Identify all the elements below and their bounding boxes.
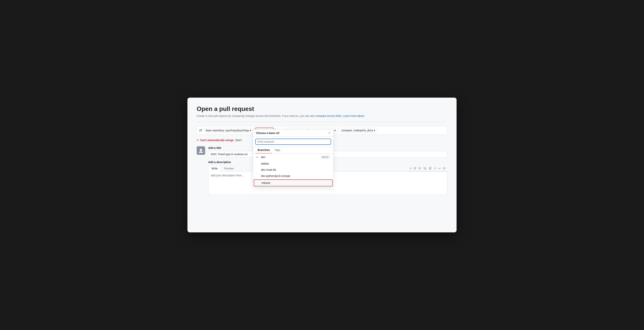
chevron-down-icon: ▾ [250,129,251,132]
dropdown-overlay: Choose a base ref × Branches Tags ✓ dev … [253,129,334,187]
branch-list: ✓ dev default debian dev-mute-kb dev [253,154,333,187]
preview-toggle-icon[interactable]: ⊡ [443,167,446,170]
compare-icon: ⇄ [199,128,202,132]
compare-branch-select[interactable]: compare: codesprint_docs ▾ [339,128,377,133]
branch-item-dev[interactable]: ✓ dev default [253,154,333,160]
error-x-icon: ✕ [197,139,199,142]
chevron-down-icon: ▾ [374,129,375,132]
branch-name: debian [261,162,330,165]
close-button[interactable]: × [328,131,330,135]
branch-name: dev-python3p10-compat [261,175,330,178]
chevron-down-icon: ▾ [334,129,336,132]
page-title: Open a pull request [197,105,447,112]
merge-error-rest: Don't [236,139,242,142]
undo-icon[interactable]: ↩ [438,167,441,170]
tab-write[interactable]: Write [208,165,221,172]
unordered-list-icon[interactable]: ☰ [414,167,416,170]
paperclip-icon[interactable]: 📎 [423,167,426,170]
branch-item-debian[interactable]: debian [253,160,333,167]
default-badge: default [320,155,330,159]
base-ref-dropdown: Choose a base ref × Branches Tags ✓ dev … [253,129,334,187]
branch-item-dev-python3p10-compat[interactable]: dev-python3p10-compat [253,173,333,179]
branch-tags-tabs: Branches Tags [253,147,333,154]
ordered-list-icon[interactable]: ≡ [410,167,412,170]
divider [197,122,447,122]
branch-name-release: release [262,181,330,185]
mention-icon[interactable]: @ [429,167,432,170]
tab-tags[interactable]: Tags [272,147,282,153]
dropdown-header: Choose a base ref × [253,130,333,137]
search-input[interactable] [255,139,331,145]
branch-name: dev [261,155,318,159]
dropdown-title: Choose a base ref [256,131,279,135]
merge-error-text: Can't automatically merge. [200,139,234,142]
check-icon: ✓ [256,155,259,159]
search-container [253,137,333,147]
crossref-icon[interactable]: ↗ [434,167,436,170]
base-repo-select[interactable]: base repository: psychopy/psychopy ▾ [204,128,253,133]
avatar [197,146,205,155]
tab-preview[interactable]: Preview [221,165,237,172]
page-subtitle: Create a new pull request by comparing c… [197,114,447,118]
branch-item-dev-mute-kb[interactable]: dev-mute-kb [253,167,333,173]
tab-branches[interactable]: Branches [255,147,272,153]
compare-forks-link[interactable]: compare across forks. [316,114,342,117]
main-window: Open a pull request Create a new pull re… [188,98,456,232]
task-list-icon[interactable]: ☑ [418,167,421,170]
learn-more-link[interactable]: Learn more about [343,114,364,117]
branch-name: dev-mute-kb [261,168,330,171]
branch-item-release[interactable]: release [254,180,332,186]
editor-toolbar: ≡ ☰ ☑ 📎 @ ↗ ↩ ⊡ [408,165,447,171]
